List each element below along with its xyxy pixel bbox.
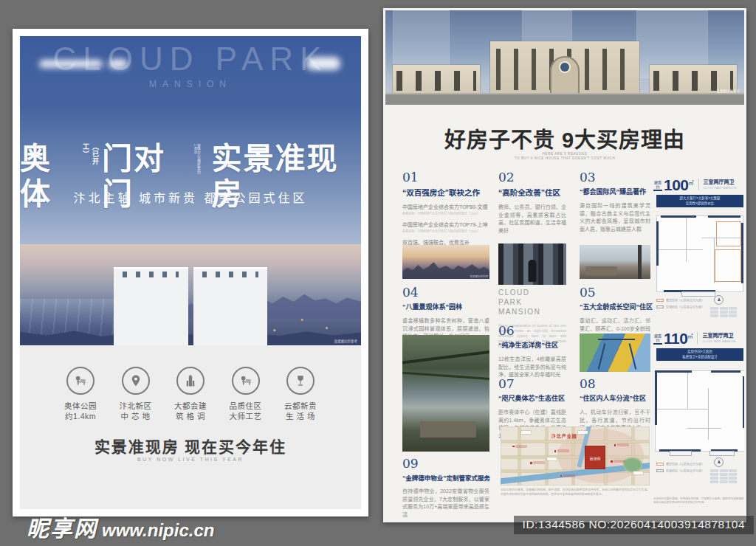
feature-label: 云都新贵 (275, 401, 326, 411)
clock-ornament (560, 63, 569, 72)
floor-plan-2-banner: 实用空间×大阳台 私密双卫+全龄适配设计 (656, 348, 743, 361)
feature-label: 大师工艺 (221, 411, 271, 421)
brand-name-line1: CLOUD (498, 288, 566, 297)
sales-center-building (490, 41, 639, 94)
blurred-logo-left (39, 60, 103, 68)
reason-title: “住区内人车分流”住区 (580, 393, 650, 403)
reason-note: 数据来源：中国房地产企业综合实力测评研究报告（2022） (402, 229, 489, 233)
unit-type: 三室两厅两卫 (704, 178, 737, 185)
spec-mini-table (710, 469, 737, 483)
reason-title: “双百强房企”联袂之作 (402, 187, 489, 198)
map-disclaimer: 本区位图为示意图，非精确比例绘制，图中道路、地块及周边配套信息仅供参考，具体以政… (501, 488, 650, 497)
headline-mid-note: 奥体中心直线距离约1.4KM (193, 144, 201, 176)
skyline-photo: 效果图仅供参考 (402, 245, 489, 279)
floor-plan-1-banner: 超大大客厅×大卧室×大飘窗 实用性×超高性价比 (656, 195, 743, 207)
unit-type: 三室两厅两卫 (702, 331, 735, 339)
headline-lead-note: （已开工） (81, 143, 100, 176)
reason-body: 教师、公务员、银行白领、企业金领等，高素质客群占比高，社区氛围和谐，生活幸福美好 (498, 204, 566, 235)
watermark-site-name: 昵享网 (27, 516, 97, 541)
banner-line1: 超大大客厅×大卧室×大飘窗 (656, 196, 743, 201)
compass-icon (714, 295, 724, 305)
building-tower-right (193, 267, 268, 345)
map-project-marker: 云谷府 (585, 446, 605, 469)
flyer-back-card: 效果图仅供参考 好房子不贵 9大买房理由 HERE ARE 9 REASONS … (383, 8, 746, 522)
park-bench-icon (232, 367, 260, 395)
reason-number: 01 (402, 170, 489, 184)
brand-watermark-line2: MANSION (20, 79, 361, 89)
unit-type-en: CLOUD PARK MANSION (702, 340, 735, 343)
park-bench-icon (66, 367, 94, 395)
reason-block-09: 09 “金牌德申物业”定制管家式服务 自持德申物业，2022安徽省物业服务质量领… (402, 456, 498, 519)
reason-block-02: 02 “高阶全改善”住区 教师、公务员、银行白领、企业金领等，高素质客群占比高，… (498, 170, 566, 235)
area-label: 建面 约 (653, 180, 662, 191)
legend-label: 赠送空间（以实际交付为准） (666, 298, 704, 303)
reason-block-08: 08 “住区内人车分流”住区 人、机动车分流归家，互不干扰，各行其道，节约出行时… (580, 376, 650, 432)
feature-row: 奥体公园 约1.4km 汴北新区 中 芯 地 (55, 367, 326, 421)
wine-glass-icon (286, 367, 315, 395)
floor-plan-1-header: 建面 约 100 ㎡ 三室两厅两卫 CLOUD PARK MANSION (653, 177, 737, 193)
feature-item: 云都新贵 生 活 场 (275, 367, 326, 421)
legend-label: 空调机位（以实际交付为准） (666, 305, 704, 309)
retail-wing-left (393, 65, 480, 94)
poster-slogan-en: BUY NOW LIVE THIS YEAR (20, 457, 361, 462)
page-subtitle: HERE ARE 9 REASONS TO BUY A NICE HOUSE T… (385, 152, 744, 161)
area-label: 建面 约 (653, 334, 662, 345)
nipic-watermark: 昵享网www.nipic.cn (27, 511, 214, 543)
poster-front: CLOUD PARK MANSION 奥体 （已开工） 门对门 奥体中心直线距离… (20, 36, 361, 509)
feature-label: 大都会建 (165, 401, 216, 411)
feature-label: 奥体公园 (55, 401, 106, 411)
area-value: 110 (664, 331, 687, 346)
feature-label: 生 活 场 (275, 411, 326, 421)
building-tower-left (114, 267, 188, 345)
poster-subtitle: 汴北主轴 城市新贵 都会公园式住区 (20, 188, 361, 206)
reason-title: “高阶全改善”住区 (498, 187, 566, 198)
cityscape-photo: 效果图仅供参考 (20, 244, 361, 345)
unit-type-en: CLOUD PARK MANSION (704, 187, 737, 190)
floor-plan-2-legend: 赠送空间（以实际交付为准） 空调机位（以实际交付为准） (656, 462, 704, 475)
reason-title: “都会国际风”臻品著作 (580, 187, 650, 196)
floor-plan-1-drawing (656, 215, 743, 292)
feature-label: 筑 格 调 (165, 411, 216, 421)
feature-label: 约1.4km (55, 411, 106, 421)
reason-line: 中国房地产企业综合实力TOP79-上坤 (402, 221, 489, 228)
reason-title: “五大全龄成长空间”住区 (580, 302, 650, 311)
reason-note: 数据来源：中国房地产企业综合实力测评研究报告（2022） (402, 211, 489, 215)
reason-number: 05 (580, 285, 650, 300)
map-district-label: 汴北产业园 (551, 432, 577, 439)
image-id-badge: ID:1344586 NO:20260414003914878104 (514, 516, 754, 534)
blurred-logo-right (306, 57, 340, 70)
reason-block-06: 06 “纯净生态洋房”住区 12栋生态洋房，4栋瞰景高层配比，给生活更多的私密与… (498, 323, 566, 379)
compass-icon (714, 457, 724, 467)
floor-plan-2-header: 建面 约 110 ㎡ 三室两厅两卫 CLOUD PARK MANSION (653, 331, 736, 346)
person-window-photo (498, 243, 566, 285)
feature-item: 奥体公园 约1.4km (55, 367, 106, 421)
reason-number: 04 (402, 285, 489, 300)
render-caption: 效果图仅供参考 (717, 89, 740, 93)
reason-number: 06 (498, 323, 566, 338)
map-lake (623, 457, 642, 472)
banner-line1: 实用空间×大阳台 (656, 349, 743, 354)
reason-block-04: 04 “八重景观体系”园林 重金移植数多种名贵树种，营造八重沉浸式园林景观体系，… (402, 285, 489, 341)
sales-center-render: 效果图仅供参考 (385, 10, 744, 105)
banner-line2: 私密双卫+全龄适配设计 (656, 354, 743, 359)
building-icon (176, 367, 205, 395)
poster-slogan: 实景准现房 现在买今年住 (20, 435, 361, 457)
feature-item: 品质住区 大师工艺 (221, 367, 271, 421)
reason-block-03: 03 “都会国际风”臻品著作 源自国际一线的建筑美学灵感，融合古典主义与后现代主… (580, 170, 650, 233)
feature-label: 汴北新区 (111, 401, 161, 411)
photo-caption: 效果图仅供参考 (334, 339, 358, 343)
reason-line: 中国房地产企业综合实力TOP80-文德 (402, 203, 489, 210)
park-photo (402, 335, 489, 452)
page-title: 好房子不贵 9大买房理由 (385, 122, 744, 153)
plans-disclaimer: 本资料仅为要约邀请，不构成合同内容。户型图为示意图，面积均为建筑面积，具体以商品… (653, 497, 744, 505)
feature-label: 品质住区 (221, 401, 271, 411)
floor-plan-1-legend: 赠送空间（以实际交付为准） 空调机位（以实际交付为准） (656, 298, 704, 311)
photo-caption: 效果图仅供参考 (470, 274, 489, 278)
reason-body: 12栋生态洋房，4栋瞰景高层配比，给生活更多的私密与纯净，盛放全家人的幸福时光 (498, 356, 566, 379)
reason-title: “八重景观体系”园林 (402, 302, 489, 311)
reason-number: 07 (498, 376, 566, 391)
reason-number: 03 (580, 170, 650, 184)
reason-title: “纯净生态洋房”住区 (498, 340, 566, 350)
watermark-site-url: www.nipic.cn (102, 520, 214, 540)
reason-number: 09 (402, 456, 498, 471)
